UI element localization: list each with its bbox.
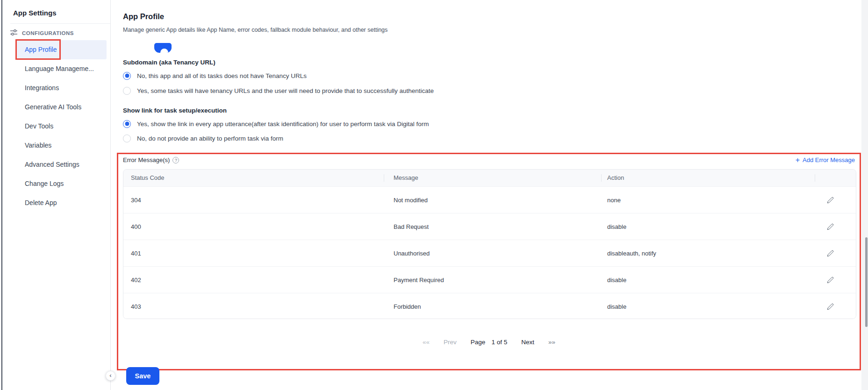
sidebar-item-generative-ai-tools[interactable]: Generative AI Tools (3, 98, 111, 117)
plus-icon: + (796, 157, 800, 163)
radio-label: Yes, show the link in every app utteranc… (137, 121, 429, 128)
radio-unselected-icon[interactable] (123, 135, 131, 142)
sidebar-item-integrations[interactable]: Integrations (3, 78, 111, 98)
pencil-icon (827, 250, 834, 257)
column-header-action: Action (601, 170, 815, 186)
page-value: 1 of 5 (491, 339, 507, 346)
error-messages-title: Error Message(s) (123, 156, 170, 163)
table-row: 304 Not modified none (123, 186, 856, 213)
radio-selected-icon[interactable] (123, 120, 131, 128)
cell-action: disable (601, 303, 815, 310)
add-error-message-button[interactable]: + Add Error Message (796, 156, 855, 163)
error-messages-title-row: Error Message(s) ? (123, 156, 179, 163)
cell-message: Not modified (384, 197, 601, 204)
cell-message: Forbidden (384, 303, 601, 310)
table-row: 403 Forbidden disable (123, 293, 856, 319)
pencil-icon (827, 197, 834, 204)
pencil-icon (827, 303, 834, 310)
table-row: 401 Unauthorised disableauth, notify (123, 240, 856, 266)
page-title: App Profile (123, 12, 164, 21)
table-row: 402 Payment Required disable (123, 266, 856, 293)
show-link-option-no[interactable]: No, do not provide an ability to perform… (123, 133, 283, 143)
cell-status-code: 401 (123, 250, 384, 257)
scrollbar-thumb[interactable] (865, 237, 868, 327)
cell-action: none (601, 197, 815, 204)
edit-row-button[interactable] (825, 301, 835, 312)
left-panel-edge (1, 0, 2, 390)
toggle-knob (160, 49, 168, 53)
cell-action: disable (601, 277, 815, 284)
table-header: Status Code Message Action (123, 170, 856, 186)
edit-row-button[interactable] (825, 221, 835, 232)
pagination-last-button[interactable]: »» (548, 339, 555, 346)
sidebar-item-change-logs[interactable]: Change Logs (3, 174, 111, 193)
sidebar-item-advanced-settings[interactable]: Advanced Settings (3, 155, 111, 174)
column-header-status-code: Status Code (123, 170, 384, 186)
cell-status-code: 403 (123, 303, 384, 310)
error-messages-table: Status Code Message Action 304 Not modif… (123, 169, 856, 319)
pencil-icon (827, 223, 834, 230)
toggle-switch[interactable] (154, 43, 172, 53)
radio-unselected-icon[interactable] (123, 87, 131, 95)
subdomain-option-no[interactable]: No, this app and all of its tasks does n… (123, 71, 307, 81)
table-row: 400 Bad Request disable (123, 213, 856, 240)
cell-action: disableauth, notify (601, 250, 815, 257)
radio-selected-icon[interactable] (123, 72, 131, 80)
sidebar-title: App Settings (13, 9, 57, 17)
pagination-first-button[interactable]: «« (423, 339, 430, 346)
sidebar-section-configurations: CONFIGURATIONS (10, 28, 74, 38)
cell-status-code: 304 (123, 197, 384, 204)
show-link-section-label: Show link for task setup/execution (123, 107, 227, 114)
column-header-message: Message (384, 170, 601, 186)
sidebar-item-dev-tools[interactable]: Dev Tools (3, 117, 111, 136)
page-subtitle: Manage generic App details like App Name… (123, 27, 387, 33)
sidebar-item-delete-app[interactable]: Delete App (3, 193, 111, 213)
radio-label: Yes, some tasks will have tenancy URLs a… (137, 87, 434, 94)
pagination-next-button[interactable]: Next (521, 339, 534, 346)
settings-sidebar: App Settings CONFIGURATIONS App Profile … (3, 0, 111, 390)
radio-label: No, this app and all of its tasks does n… (137, 72, 307, 79)
cell-status-code: 402 (123, 277, 384, 284)
page-indicator: Page 1 of 5 (471, 339, 507, 346)
subdomain-section-label: Subdomain (aka Tenancy URL) (123, 59, 215, 66)
sliders-icon (10, 28, 18, 38)
pagination: «« Prev Page 1 of 5 Next »» (118, 335, 860, 348)
scrollbar-track[interactable] (861, 0, 868, 390)
app-settings-page: App Settings CONFIGURATIONS App Profile … (0, 0, 868, 390)
column-header-edit (815, 170, 856, 186)
chevron-left-icon: ‹ (109, 372, 111, 379)
sidebar-divider (10, 23, 110, 24)
show-link-option-yes[interactable]: Yes, show the link in every app utteranc… (123, 119, 429, 129)
add-error-message-label: Add Error Message (803, 156, 855, 163)
edit-row-button[interactable] (825, 275, 835, 285)
section-label: CONFIGURATIONS (22, 30, 74, 36)
subdomain-option-yes[interactable]: Yes, some tasks will have tenancy URLs a… (123, 85, 434, 96)
cell-status-code: 400 (123, 223, 384, 230)
error-messages-panel: Error Message(s) ? + Add Error Message S… (117, 153, 861, 370)
edit-row-button[interactable] (825, 195, 835, 205)
cell-message: Payment Required (384, 277, 601, 284)
cell-message: Unauthorised (384, 250, 601, 257)
help-icon[interactable]: ? (172, 157, 179, 163)
cell-action: disable (601, 223, 815, 230)
pagination-prev-button[interactable]: Prev (444, 339, 457, 346)
page-label: Page (471, 339, 486, 346)
save-button[interactable]: Save (126, 367, 159, 385)
edit-row-button[interactable] (825, 248, 835, 258)
sidebar-item-app-profile[interactable]: App Profile (3, 40, 111, 59)
sidebar-item-language-management[interactable]: Language Manageme... (3, 59, 111, 78)
cell-message: Bad Request (384, 223, 601, 230)
sidebar-collapse-button[interactable]: ‹ (106, 371, 115, 381)
pencil-icon (827, 277, 834, 284)
sidebar-item-variables[interactable]: Variables (3, 136, 111, 155)
sidebar-nav: App Profile Language Manageme... Integra… (3, 40, 111, 213)
radio-label: No, do not provide an ability to perform… (137, 135, 283, 142)
